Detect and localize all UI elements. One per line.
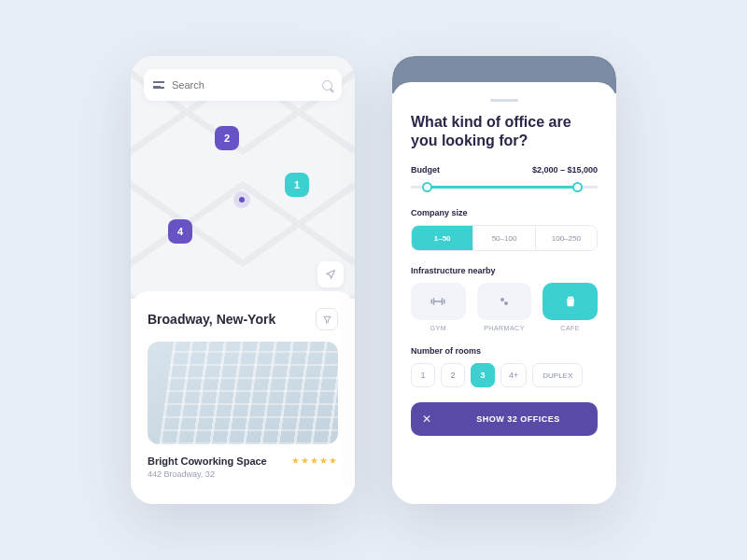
close-icon[interactable]: ✕	[422, 413, 431, 426]
search-bar	[144, 69, 342, 101]
filter-button[interactable]	[316, 308, 338, 330]
results-card: Broadway, New-York Bright Coworking Spac…	[131, 291, 355, 504]
rooms-label: Number of rooms	[411, 346, 598, 356]
page-title: What kind of office are you looking for?	[411, 113, 598, 150]
budget-value: $2,000 – $15,000	[532, 165, 598, 175]
infra-cafe-label: CAFE	[543, 325, 598, 331]
svg-point-1	[504, 301, 508, 305]
svg-point-0	[500, 298, 504, 301]
infra-options: GYM PHARMACY CAFE	[411, 283, 598, 331]
map-pin-1[interactable]: 1	[285, 173, 309, 197]
slider-thumb-min[interactable]	[422, 182, 432, 192]
infra-gym-label: GYM	[411, 325, 466, 331]
infra-cafe[interactable]	[543, 283, 598, 320]
search-input[interactable]	[172, 79, 315, 91]
infra-label: Infrastructure nearby	[411, 266, 598, 275]
map-pin-2[interactable]: 2	[215, 126, 239, 150]
infra-pharmacy-label: PHARMACY	[477, 325, 532, 331]
locate-me-button[interactable]	[317, 261, 344, 287]
filters-screen: What kind of office are you looking for?…	[392, 56, 616, 504]
rooms-options: 1 2 3 4+ DUPLEX	[411, 363, 598, 387]
infra-pharmacy[interactable]	[477, 283, 532, 320]
budget-label: Budget	[411, 165, 440, 175]
slider-thumb-max[interactable]	[572, 182, 583, 192]
room-4plus[interactable]: 4+	[500, 363, 527, 387]
size-opt-1[interactable]: 50–100	[473, 226, 535, 250]
map-search-screen: 2 1 4 Broadway, New-York Bright Coworkin…	[131, 56, 355, 504]
company-size-segmented: 1–50 50–100 100–250	[411, 225, 598, 251]
room-3[interactable]: 3	[471, 363, 495, 387]
current-location-dot	[233, 191, 250, 208]
budget-slider[interactable]	[411, 180, 598, 193]
map-pin-4[interactable]: 4	[168, 219, 192, 244]
cta-label: SHOW 32 OFFICES	[450, 414, 586, 424]
map[interactable]: 2 1 4	[131, 56, 355, 299]
location-title: Broadway, New-York	[148, 312, 275, 327]
listing-address: 442 Broadway, 32	[148, 469, 267, 479]
filters-sheet: What kind of office are you looking for?…	[392, 82, 616, 504]
listing-image[interactable]	[148, 342, 338, 444]
size-opt-0[interactable]: 1–50	[412, 226, 473, 250]
company-size-label: Company size	[411, 208, 598, 217]
infra-gym[interactable]	[411, 283, 466, 320]
search-icon[interactable]	[322, 80, 332, 91]
show-results-button[interactable]: ✕ SHOW 32 OFFICES	[411, 402, 598, 436]
room-1[interactable]: 1	[411, 363, 435, 387]
listing-name: Bright Coworking Space	[148, 455, 267, 467]
room-2[interactable]: 2	[441, 363, 465, 387]
size-opt-2[interactable]: 100–250	[536, 226, 597, 250]
room-duplex[interactable]: DUPLEX	[532, 363, 583, 387]
drag-handle[interactable]	[490, 99, 518, 102]
menu-icon[interactable]	[153, 81, 164, 89]
rating-stars: ★★★★★	[291, 455, 338, 466]
